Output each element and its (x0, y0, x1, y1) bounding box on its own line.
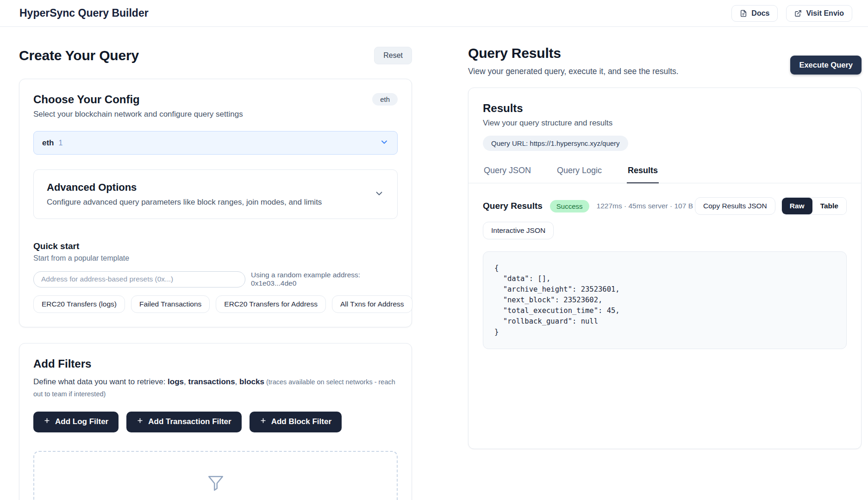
reset-button[interactable]: Reset (374, 47, 412, 64)
address-row: Using a random example address: 0x1e03..… (33, 271, 398, 288)
filters-card: Add Filters Define what data you want to… (19, 343, 412, 500)
advanced-options-toggle[interactable]: Advanced Options Configure advanced quer… (33, 169, 398, 219)
app-title: HyperSync Query Builder (19, 7, 149, 19)
code-line: "data": [], (494, 274, 835, 284)
add-block-filter-button[interactable]: Add Block Filter (250, 412, 342, 432)
filters-term-logs: logs (168, 377, 184, 386)
tab-query-logic[interactable]: Query Logic (556, 163, 603, 183)
header-actions: Docs Visit Envio (731, 5, 852, 22)
tab-query-json[interactable]: Query JSON (483, 163, 532, 183)
config-card: Choose Your Config eth Select your block… (19, 79, 412, 327)
results-panel: Query Results View your generated query,… (468, 45, 862, 449)
filters-description: Define what data you want to retrieve: l… (33, 376, 398, 400)
quickstart-subtitle: Start from a popular template (33, 254, 398, 262)
advanced-options-title: Advanced Options (47, 181, 322, 194)
add-log-filter-label: Add Log Filter (55, 417, 108, 426)
interactive-json-button[interactable]: Interactive JSON (483, 222, 554, 239)
results-card-title: Results (483, 102, 847, 115)
preset-chip-all-txns-for-address[interactable]: All Txns for Address (332, 295, 412, 313)
docs-button-label: Docs (751, 9, 769, 18)
add-block-filter-label: Add Block Filter (271, 417, 331, 426)
docs-button[interactable]: Docs (731, 5, 778, 22)
view-mode-table[interactable]: Table (812, 198, 846, 214)
app-header: HyperSync Query Builder Docs Visit Envio (0, 0, 868, 27)
query-builder-panel: Create Your Query Reset Choose Your Conf… (19, 45, 412, 500)
advanced-options-text: Advanced Options Configure advanced quer… (47, 181, 322, 207)
advanced-options-subtitle: Configure advanced query parameters like… (47, 198, 322, 207)
add-transaction-filter-button[interactable]: Add Transaction Filter (126, 412, 241, 432)
chevron-down-icon (374, 188, 384, 200)
view-mode-raw[interactable]: Raw (782, 198, 812, 214)
results-toolbar: Query Results Success 1227ms · 45ms serv… (483, 197, 847, 215)
preset-chip-failed-transactions[interactable]: Failed Transactions (131, 295, 210, 313)
preset-chips: ERC20 Transfers (logs) Failed Transactio… (33, 295, 398, 313)
plus-icon (137, 417, 144, 426)
results-card: Results View your query structure and re… (468, 88, 862, 449)
funnel-icon (206, 473, 226, 495)
separator: , (184, 377, 188, 386)
main-content: Create Your Query Reset Choose Your Conf… (0, 27, 868, 500)
filters-term-transactions: transactions (188, 377, 235, 386)
preset-chip-erc20-transfers-logs[interactable]: ERC20 Transfers (logs) (33, 295, 125, 313)
add-log-filter-button[interactable]: Add Log Filter (33, 412, 119, 432)
code-line: "rollback_guard": null (494, 316, 835, 327)
address-hint: Using a random example address: 0x1e03..… (251, 271, 398, 288)
code-line: } (494, 327, 835, 338)
builder-panel-head: Create Your Query Reset (19, 45, 412, 66)
preset-chip-erc20-transfers-for-address[interactable]: ERC20 Transfers for Address (216, 295, 326, 313)
file-text-icon (740, 10, 747, 17)
quickstart-section: Quick start Start from a popular templat… (33, 241, 398, 313)
add-transaction-filter-label: Add Transaction Filter (148, 417, 231, 426)
filters-term-blocks: blocks (239, 377, 264, 386)
results-toolbar-right: Copy Results JSON Raw Table (695, 197, 847, 215)
code-line: "total_execution_time": 45, (494, 306, 835, 316)
plus-icon (44, 417, 50, 426)
separator: , (235, 377, 239, 386)
plus-icon (260, 417, 267, 426)
code-line: "next_block": 23523602, (494, 295, 835, 306)
results-tab-content: Query Results Success 1227ms · 45ms serv… (468, 183, 861, 363)
external-link-icon (794, 10, 802, 17)
visit-envio-button[interactable]: Visit Envio (786, 5, 852, 22)
results-tabs: Query JSON Query Logic Results (468, 163, 861, 183)
status-badge: Success (550, 200, 589, 212)
view-mode-toggle: Raw Table (781, 197, 847, 215)
network-badge: eth (372, 93, 398, 106)
tab-results[interactable]: Results (627, 163, 659, 183)
config-card-title: Choose Your Config (33, 93, 140, 106)
address-input[interactable] (33, 271, 245, 288)
results-card-subtitle: View your query structure and results (483, 119, 847, 128)
code-line: { (494, 263, 835, 274)
results-card-head: Results View your query structure and re… (468, 88, 861, 151)
results-toolbar-left: Query Results Success 1227ms · 45ms serv… (483, 200, 693, 212)
code-line: "archive_height": 23523601, (494, 284, 835, 295)
query-results-label: Query Results (483, 201, 543, 211)
builder-title: Create Your Query (19, 48, 139, 63)
query-url-badge: Query URL: https://1.hypersync.xyz/query (483, 136, 628, 151)
chain-id: 1 (59, 139, 63, 147)
filters-empty-state: No filters added yet (33, 451, 398, 500)
copy-results-json-button[interactable]: Copy Results JSON (695, 197, 775, 215)
visit-envio-button-label: Visit Envio (806, 9, 844, 18)
filters-card-title: Add Filters (33, 357, 398, 370)
timing-meta: 1227ms · 45ms server · 107 B (597, 202, 693, 210)
config-card-subtitle: Select your blockchain network and confi… (33, 110, 398, 119)
network-select[interactable]: eth 1 (33, 131, 398, 155)
results-code-block: { "data": [], "archive_height": 23523601… (483, 251, 847, 349)
network-name: eth (42, 138, 54, 148)
chevron-down-icon (380, 138, 389, 149)
execute-query-button[interactable]: Execute Query (790, 56, 862, 75)
interactive-json-row: Interactive JSON (483, 222, 847, 239)
filter-buttons-row: Add Log Filter Add Transaction Filter Ad… (33, 412, 398, 432)
quickstart-title: Quick start (33, 241, 398, 251)
config-card-title-row: Choose Your Config eth (33, 93, 398, 106)
filters-description-prefix: Define what data you want to retrieve: (33, 377, 168, 386)
